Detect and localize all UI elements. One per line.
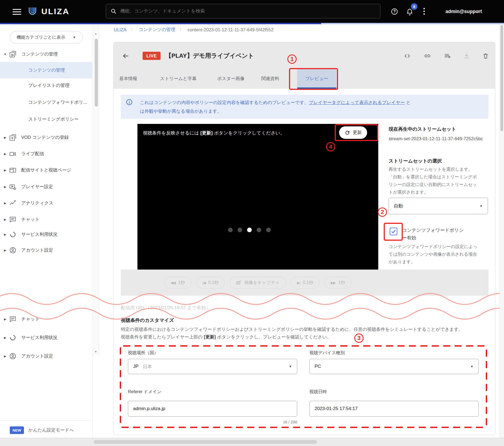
account-icon [9, 353, 16, 360]
app-window: ULIZA 8 admin@support ▲ ▼ 機能カテゴリごとに表示 ▼ [0, 0, 504, 446]
sidebar-scrollbar-down-arrow[interactable]: ▼ [94, 350, 97, 353]
easy-mode-link[interactable]: NEW かんたん設定モードへ [10, 426, 74, 435]
step-back-01s-button[interactable]: |◀ 0.1秒 [196, 277, 225, 289]
video-player [137, 124, 378, 270]
device-select[interactable]: PC ▼ [309, 359, 479, 374]
sidebar-subitem-content-management-selected[interactable]: コンテンツの管理 [0, 62, 93, 78]
loading-dot [238, 228, 242, 232]
sidebar-subitem-playlist-management[interactable]: プレイリストの管理 [0, 77, 93, 94]
chevron-down-icon: ▼ [480, 204, 483, 208]
capture-image-button[interactable]: 画像をキャプチャ [230, 277, 286, 289]
sidebar-item-chat[interactable]: ▶ チャット [1, 213, 93, 226]
step-forward-icon: ▶| [297, 281, 300, 285]
chevron-collapsed-icon: ▶ [1, 249, 9, 252]
sidebar-item-account-settings[interactable]: ▶ アカウント設定 [1, 244, 93, 256]
hamburger-menu-icon[interactable] [13, 8, 21, 15]
download-icon [463, 53, 470, 59]
referer-field-label: Referer ドメイン [128, 389, 161, 395]
rewind-icon: ◀◀ [171, 281, 176, 285]
uliza-logo-icon[interactable] [28, 6, 39, 17]
breadcrumb-section-link[interactable]: コンテンツの管理 [139, 27, 175, 33]
chevron-collapsed-icon: ▶ [1, 136, 9, 139]
location-field-label: 視聴場所（国） [128, 350, 158, 356]
annotation-circle-2: 2 [378, 207, 387, 217]
cfp-checkbox-label[interactable]: コンテンツフォワードポリシ ー有効 [402, 227, 492, 242]
chevron-collapsed-icon: ▶ [1, 201, 9, 205]
tab-basic-info[interactable]: 基本情報 [119, 76, 137, 82]
annotation-circle-1: 1 [287, 54, 297, 64]
usage-donut-icon [9, 334, 16, 341]
account-icon [9, 247, 16, 254]
account-label[interactable]: admin@support [445, 9, 482, 14]
fast-forward-1s-button[interactable]: ▶▶ 1秒 [324, 277, 351, 289]
fast-forward-icon: ▶▶ [331, 281, 336, 285]
customize-desc-2: 視聴条件を変更したらプレイヤー上部の [更新] ボタンをクリックし、プレビューを… [121, 334, 331, 340]
sidebar-item-chat-2[interactable]: ▶ チャット [1, 313, 93, 325]
capture-icon [236, 280, 241, 285]
chat-icon [9, 316, 16, 323]
sidebar-item-account-settings-2[interactable]: ▶ アカウント設定 [1, 350, 93, 362]
chevron-collapsed-icon: ▶ [1, 355, 9, 358]
chevron-collapsed-icon: ▶ [1, 152, 9, 156]
referer-input[interactable]: admin.p.uliza.jp [128, 401, 297, 417]
location-select[interactable]: JP 日本 ▼ [128, 359, 297, 374]
referer-char-counter: 16 / 200 [243, 420, 297, 424]
chevron-down-icon: ▼ [289, 365, 292, 368]
sidebar-item-service-usage[interactable]: ▶ サービス利用状況 [1, 228, 93, 241]
cfp-checkbox[interactable] [390, 228, 397, 235]
chevron-expanded-icon: ▼ [1, 53, 9, 56]
chevron-collapsed-icon: ▶ [1, 317, 9, 321]
datetime-input[interactable]: 2023-01-25 17:54:17 [309, 401, 479, 417]
category-filter-label: 機能カテゴリごとに表示 [17, 35, 65, 40]
horizontal-scrollbar-thumb[interactable] [94, 440, 317, 444]
breadcrumb-home-link[interactable]: ULIZA [114, 27, 127, 32]
sidebar-item-distribution-sites[interactable]: ▶ 配信サイトと視聴ページ [1, 164, 93, 176]
sidebar-item-content-management[interactable]: ▼ コンテンツの管理 [1, 48, 93, 60]
stream-set-select[interactable]: 自動 ▼ [389, 198, 488, 214]
main-scrollbar-thumb[interactable] [500, 25, 503, 131]
sidebar-item-live-streaming[interactable]: ▶ ライブ配信 [1, 148, 93, 160]
tab-active-underline [297, 87, 336, 89]
loading-dot [247, 228, 252, 232]
refresh-icon [345, 130, 350, 136]
embed-code-icon[interactable] [404, 53, 411, 59]
category-filter-dropdown[interactable]: 機能カテゴリごとに表示 ▼ [10, 31, 83, 44]
loading-dot [266, 228, 271, 232]
loading-dot [228, 228, 233, 232]
back-button[interactable] [122, 52, 129, 60]
breadcrumb-separator: 〉 [131, 27, 134, 32]
tab-poster-image[interactable]: ポスター画像 [217, 76, 244, 82]
now-playing-title: 現在再生中のストリームセット [389, 126, 456, 132]
help-icon[interactable] [391, 8, 398, 15]
rewind-1s-button[interactable]: ◀◀ 1秒 [164, 277, 191, 289]
tab-stream-subtitles[interactable]: ストリームと字幕 [160, 76, 196, 82]
search-input[interactable] [120, 8, 365, 14]
sidebar-item-player-settings[interactable]: ▶ プレイヤー設定 [1, 181, 93, 193]
sidebar-scrollbar-thumb[interactable] [95, 39, 98, 107]
info-alert-text: これはコンテンツの内容やポリシーの設定内容を確認するためのプレビューです。プレイ… [140, 98, 483, 115]
sidebar-subitem-streaming-policy[interactable]: ストリーミングポリシー [0, 111, 93, 127]
stream-set-select-title: ストリームセットの選択 [389, 158, 442, 164]
notification-badge: 8 [411, 3, 417, 10]
step-forward-01s-button[interactable]: ▶| 0.1秒 [291, 277, 320, 289]
kebab-menu-icon[interactable] [423, 8, 425, 15]
sidebar-item-service-usage-2[interactable]: ▶ サービス利用状況 [1, 331, 93, 344]
breadcrumb-current: content-2023-01-12-11-11-37-649-5f42f552 [188, 27, 273, 32]
tab-related-materials[interactable]: 関連資料 [261, 76, 279, 82]
sidebar-item-vod-registration[interactable]: ▶ VOD コンテンツの登録 [1, 131, 93, 144]
tab-preview-active[interactable]: プレビュー [305, 76, 328, 82]
delete-icon[interactable] [482, 53, 489, 59]
chevron-collapsed-icon: ▶ [1, 169, 9, 172]
add-to-playlist-icon[interactable] [444, 53, 451, 59]
sidebar-scrollbar-up-arrow[interactable]: ▲ [94, 32, 97, 35]
sidebar-subitem-content-forward-policy[interactable]: コンテンツフォワードポリ... [0, 94, 93, 111]
delivery-url-label: 配信用 URL（2023/01/25 19:57 まで有効） [121, 305, 211, 311]
sidebar-item-analytics[interactable]: ▶ アナリティクス [1, 197, 93, 209]
copy-link-icon[interactable] [424, 53, 431, 59]
player-tag-link[interactable]: プレイヤータグによって表示されるプレイヤー [309, 100, 405, 105]
update-button[interactable]: 更新 [339, 126, 367, 139]
global-search-box[interactable] [106, 4, 380, 19]
analytics-icon [9, 200, 16, 207]
customize-desc-1: 特定の視聴条件におけるコンテンツフォワードポリシーおよびストリーミングポリシーの… [121, 326, 463, 332]
player-message: 視聴条件を反映させるには [更新] ボタンをクリックしてください。 [143, 130, 285, 136]
